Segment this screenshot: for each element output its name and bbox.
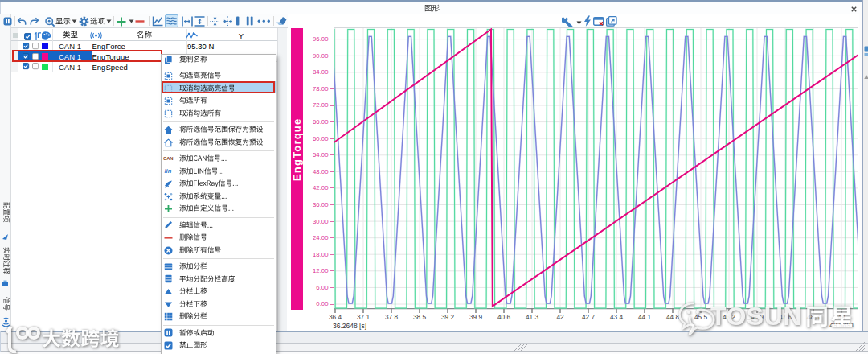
svg-text:lin: lin (164, 167, 171, 175)
svg-text:CAN: CAN (163, 156, 174, 161)
